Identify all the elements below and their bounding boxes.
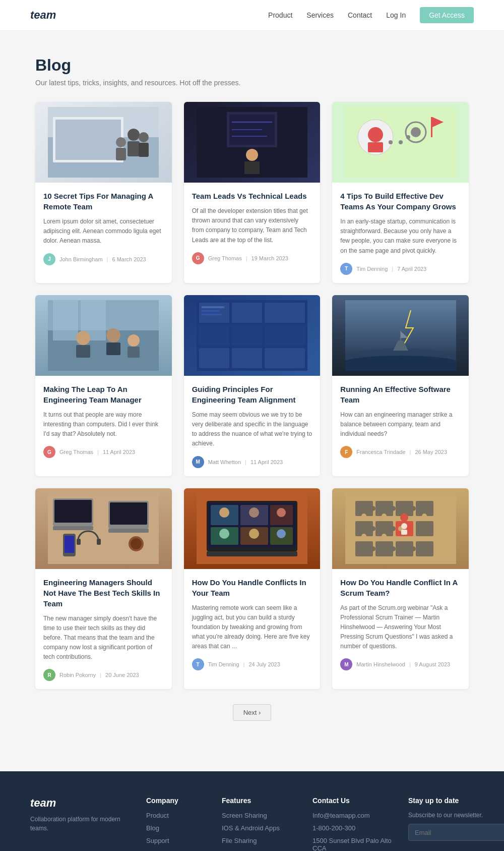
blog-card-8[interactable]: How Do You Handle Conflicts In Your Team… (184, 488, 321, 690)
card-avatar-3: T (340, 263, 352, 275)
svg-rect-24 (431, 117, 432, 137)
blog-card-6[interactable]: Running An Effective Software Team How c… (332, 295, 469, 476)
navbar: team Product Services Contact Log In Get… (0, 0, 504, 31)
footer-company-product[interactable]: Product (146, 812, 207, 819)
blog-card-5[interactable]: Guiding Principles For Engineering Team … (184, 295, 321, 476)
svg-rect-109 (401, 530, 407, 535)
svg-point-33 (76, 331, 90, 345)
card-date-5: 11 April 2023 (250, 459, 283, 465)
footer-feature-screen-sharing[interactable]: Screen Sharing (222, 812, 297, 819)
card-author-6: Francesca Trindade (356, 449, 405, 455)
blog-card-9[interactable]: How Do You Handle Conflict In A Scrum Te… (332, 488, 469, 690)
card-title-7: Engineering Managers Should Not Have The… (43, 577, 164, 609)
card-author-4: Greg Thomas (59, 449, 93, 455)
svg-point-114 (391, 546, 396, 551)
card-author-9: Martin Hinshelwood (356, 661, 405, 667)
svg-point-86 (277, 529, 286, 538)
svg-point-28 (406, 135, 410, 139)
footer-company-blog[interactable]: Blog (146, 824, 207, 832)
svg-rect-48 (265, 348, 305, 368)
footer-contact-address: 1500 Sunset Blvd Palo Alto CCA (312, 837, 393, 851)
svg-point-35 (106, 328, 120, 343)
svg-point-82 (249, 507, 259, 518)
card-title-6: Running An Effective Software Team (340, 384, 461, 405)
svg-rect-47 (232, 348, 262, 368)
card-excerpt-8: Mastering remote work can seem like a ju… (192, 603, 312, 652)
footer-contact-email: Info@teamapp.com (312, 812, 393, 819)
svg-point-90 (370, 506, 375, 511)
get-access-button[interactable]: Get Access (420, 7, 474, 23)
nav-product[interactable]: Product (268, 11, 292, 19)
card-title-5: Guiding Principles For Engineering Team … (192, 384, 312, 405)
svg-rect-110 (416, 521, 433, 536)
card-title-2: Team Leads Vs Technical Leads (192, 191, 312, 201)
svg-point-106 (400, 514, 408, 522)
svg-point-104 (391, 526, 396, 531)
svg-rect-70 (97, 539, 101, 545)
nav-contact[interactable]: Contact (348, 11, 372, 19)
footer-top: team Collaboration platform for modern t… (30, 797, 474, 851)
card-excerpt-4: It turns out that people are way more in… (43, 410, 164, 439)
card-title-3: 4 Tips To Build Effective Dev Teams As Y… (340, 191, 461, 212)
blog-subtitle: Our latest tips, tricks, insights, and r… (35, 79, 469, 87)
card-author-8: Tim Denning (208, 661, 239, 667)
nav-logo[interactable]: team (30, 9, 56, 22)
card-meta-1: J John Birmingham | 6 March 2023 (43, 253, 164, 265)
footer-contact-items: Info@teamapp.com 1-800-200-300 1500 Suns… (312, 812, 393, 851)
svg-rect-45 (265, 325, 305, 346)
card-date-7: 20 June 2023 (105, 672, 139, 678)
card-author-2: Greg Thomas (208, 255, 242, 261)
footer-feature-ios-android[interactable]: IOS & Android Apps (222, 824, 297, 832)
svg-point-83 (277, 508, 286, 517)
svg-rect-74 (207, 551, 297, 556)
card-date-6: 26 May 2023 (415, 449, 447, 455)
footer-feature-file-sharing[interactable]: File Sharing (222, 837, 297, 844)
footer-newsletter-text: Subscribe to our newsletter. (408, 812, 504, 819)
footer-contact-phone: 1-800-200-300 (312, 824, 393, 832)
footer-col-contact: Contact Us Info@teamapp.com 1-800-200-30… (312, 797, 393, 851)
svg-point-93 (391, 506, 396, 511)
card-title-1: 10 Secret Tips For Managing A Remote Tea… (43, 191, 164, 212)
pagination: Next › (35, 704, 469, 721)
nav-services[interactable]: Services (306, 11, 334, 19)
newsletter-input-wrap: › (408, 824, 504, 841)
card-title-8: How Do You Handle Conflicts In Your Team (192, 577, 312, 598)
footer-company-heading: Company (146, 797, 207, 805)
svg-rect-65 (110, 502, 147, 525)
svg-rect-49 (202, 306, 224, 308)
svg-rect-50 (202, 310, 219, 312)
card-author-7: Robin Pokorny (59, 672, 96, 678)
card-avatar-7: R (43, 669, 55, 681)
card-meta-8: T Tim Denning | 24 July 2023 (192, 658, 312, 670)
blog-card-7[interactable]: Engineering Managers Should Not Have The… (35, 488, 172, 690)
card-date-4: 11 April 2023 (103, 449, 135, 455)
blog-card-3[interactable]: 4 Tips To Build Effective Dev Teams As Y… (332, 102, 469, 283)
svg-rect-43 (199, 325, 229, 346)
svg-point-96 (411, 506, 416, 511)
card-avatar-6: F (340, 446, 352, 458)
svg-point-68 (131, 538, 142, 549)
card-excerpt-9: As part of the Scrum.org webinar "Ask a … (340, 603, 461, 652)
svg-point-6 (139, 132, 149, 142)
card-excerpt-3: In an early-stage startup, communication… (340, 217, 461, 256)
svg-point-112 (370, 546, 375, 551)
nav-login[interactable]: Log In (386, 11, 406, 19)
blog-card-1[interactable]: 10 Secret Tips For Managing A Remote Tea… (35, 102, 172, 283)
svg-rect-31 (53, 300, 78, 341)
svg-rect-21 (368, 142, 383, 152)
card-author-5: Matt Whetton (208, 459, 241, 465)
svg-rect-44 (232, 325, 262, 346)
svg-rect-113 (375, 541, 393, 556)
svg-point-84 (219, 529, 229, 539)
svg-rect-38 (128, 347, 140, 358)
footer-logo: team (30, 797, 131, 810)
footer-company-support[interactable]: Support (146, 837, 207, 844)
card-meta-6: F Francesca Trindade | 26 May 2023 (340, 446, 461, 458)
blog-card-2[interactable]: Team Leads Vs Technical Leads Of all the… (184, 102, 321, 283)
card-excerpt-2: Of all the developer extension titles th… (192, 206, 312, 245)
next-button[interactable]: Next › (233, 704, 272, 721)
card-avatar-1: J (43, 253, 55, 265)
card-excerpt-7: The new manager simply doesn't have the … (43, 614, 164, 662)
blog-card-4[interactable]: Making The Leap To An Engineering Team M… (35, 295, 172, 476)
newsletter-email-input[interactable] (409, 824, 504, 840)
